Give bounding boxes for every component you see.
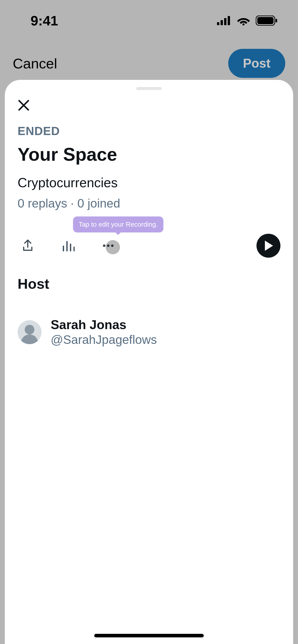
svg-rect-2 bbox=[224, 18, 226, 25]
analytics-icon bbox=[61, 239, 75, 252]
cellular-icon bbox=[217, 16, 231, 25]
tap-highlight bbox=[106, 240, 120, 254]
svg-rect-1 bbox=[221, 20, 223, 25]
post-button[interactable]: Post bbox=[228, 49, 285, 78]
cancel-button[interactable]: Cancel bbox=[13, 55, 57, 72]
close-button[interactable] bbox=[16, 97, 32, 113]
status-bar: 9:41 bbox=[0, 0, 298, 28]
svg-rect-7 bbox=[276, 19, 277, 22]
svg-rect-3 bbox=[228, 16, 230, 25]
host-avatar bbox=[18, 320, 42, 344]
status-icons bbox=[217, 16, 278, 26]
share-icon bbox=[21, 239, 34, 252]
space-meta: 0 replays · 0 joined bbox=[18, 196, 280, 210]
wifi-icon bbox=[237, 16, 250, 25]
host-section-label: Host bbox=[18, 275, 280, 292]
battery-icon bbox=[256, 16, 278, 26]
space-title: Your Space bbox=[18, 144, 280, 165]
svg-point-12 bbox=[103, 244, 105, 247]
svg-marker-15 bbox=[265, 241, 273, 251]
svg-rect-6 bbox=[257, 17, 274, 24]
svg-rect-0 bbox=[217, 22, 219, 25]
analytics-button[interactable] bbox=[58, 236, 78, 256]
home-indicator[interactable] bbox=[94, 634, 204, 637]
space-status: ENDED bbox=[18, 124, 280, 138]
edit-recording-tooltip: Tap to edit your Recording. bbox=[73, 216, 164, 232]
sheet-grabber[interactable] bbox=[136, 87, 162, 90]
host-name: Sarah Jonas bbox=[51, 317, 157, 332]
action-row: Tap to edit your Recording. bbox=[18, 234, 280, 258]
host-row[interactable]: Sarah Jonas @SarahJpageflows bbox=[18, 317, 280, 347]
close-icon bbox=[18, 99, 30, 111]
space-sheet: ENDED Your Space Cryptocurrencies 0 repl… bbox=[5, 80, 293, 644]
play-button[interactable] bbox=[256, 234, 280, 258]
host-handle: @SarahJpageflows bbox=[51, 333, 157, 347]
svg-point-4 bbox=[242, 23, 245, 25]
play-icon bbox=[264, 241, 273, 251]
space-topic: Cryptocurrencies bbox=[18, 175, 280, 190]
share-button[interactable] bbox=[18, 236, 38, 256]
status-time: 9:41 bbox=[31, 13, 58, 28]
